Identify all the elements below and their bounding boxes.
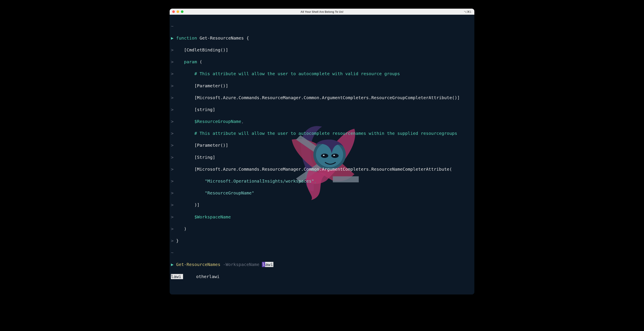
command-name: Get-ResourceNames xyxy=(174,262,220,267)
tilde: ~ xyxy=(171,250,174,255)
maximize-icon[interactable] xyxy=(181,10,184,13)
continuation-prompt: > xyxy=(171,238,174,243)
brace: } xyxy=(174,238,179,243)
close-icon[interactable] xyxy=(172,10,175,13)
paren: ( xyxy=(197,59,202,64)
continuation-prompt: > xyxy=(171,178,174,184)
continuation-prompt: > xyxy=(171,142,174,148)
titlebar: All Your Shell Are Belong To Us! ⌥⌘1 xyxy=(170,9,474,15)
continuation-prompt: > xyxy=(171,107,174,112)
code-text: [Microsoft.Azure.Commands.ResourceManage… xyxy=(174,166,452,172)
continuation-prompt: > xyxy=(171,190,174,196)
variable: $ResourceGroupName xyxy=(174,119,241,124)
keyword: param xyxy=(184,59,197,64)
completion-gap xyxy=(183,274,196,279)
comment: # This attribute will allow the user to … xyxy=(174,131,457,136)
completion-item-selected[interactable]: lawi xyxy=(171,274,183,279)
keyword: function xyxy=(176,36,197,40)
continuation-prompt: > xyxy=(171,214,174,220)
code-text: [Parameter()] xyxy=(174,142,228,148)
parameter-name: -WorkspaceName xyxy=(220,262,262,267)
shortcut-label: ⌥⌘1 xyxy=(464,10,471,14)
code-text: [Microsoft.Azure.Commands.ResourceManage… xyxy=(174,95,460,100)
code-text: [Parameter()] xyxy=(174,83,228,88)
continuation-prompt: > xyxy=(171,226,174,232)
code-text: [string] xyxy=(174,107,215,112)
code-text: [String] xyxy=(174,155,215,160)
brace: { xyxy=(246,36,249,40)
terminal-window: All Your Shell Are Belong To Us! ⌥⌘1 xyxy=(170,9,474,294)
code-text: [CmdletBinding()] xyxy=(174,47,228,52)
terminal-content: ~ ▶ function Get-ResourceNames { > [Cmdl… xyxy=(171,17,473,292)
prompt-icon: ▶ xyxy=(171,36,174,40)
continuation-prompt: > xyxy=(171,131,174,136)
continuation-prompt: > xyxy=(171,47,174,52)
punct: , xyxy=(314,178,316,184)
continuation-prompt: > xyxy=(171,59,174,64)
window-title: All Your Shell Are Belong To Us! xyxy=(170,10,474,14)
code-text: )] xyxy=(174,202,200,208)
paren: ) xyxy=(174,226,186,232)
continuation-prompt: > xyxy=(171,166,174,172)
terminal-body[interactable]: ~ ▶ function Get-ResourceNames { > [Cmdl… xyxy=(170,15,474,294)
minimize-icon[interactable] xyxy=(176,10,179,13)
traffic-lights xyxy=(170,10,184,13)
continuation-prompt: > xyxy=(171,155,174,160)
string: "Microsoft.OperationalInsights/workspace… xyxy=(174,178,314,184)
completion-item[interactable]: otherlawi xyxy=(196,274,219,279)
continuation-prompt: > xyxy=(171,119,174,124)
variable: $WorkspaceName xyxy=(174,214,231,220)
continuation-prompt: > xyxy=(171,83,174,88)
continuation-prompt: > xyxy=(171,71,174,76)
prompt-icon: ▶ xyxy=(171,262,174,267)
continuation-prompt: > xyxy=(171,95,174,100)
function-name: Get-ResourceNames xyxy=(197,36,246,40)
tilde: ~ xyxy=(171,24,174,29)
punct: , xyxy=(241,119,244,124)
continuation-prompt: > xyxy=(171,202,174,208)
input-typed[interactable]: l xyxy=(262,262,265,267)
input-cursor[interactable]: awi xyxy=(265,262,274,267)
string: "ResourceGroupName" xyxy=(174,190,254,196)
comment: # This attribute will allow the user to … xyxy=(174,71,400,76)
